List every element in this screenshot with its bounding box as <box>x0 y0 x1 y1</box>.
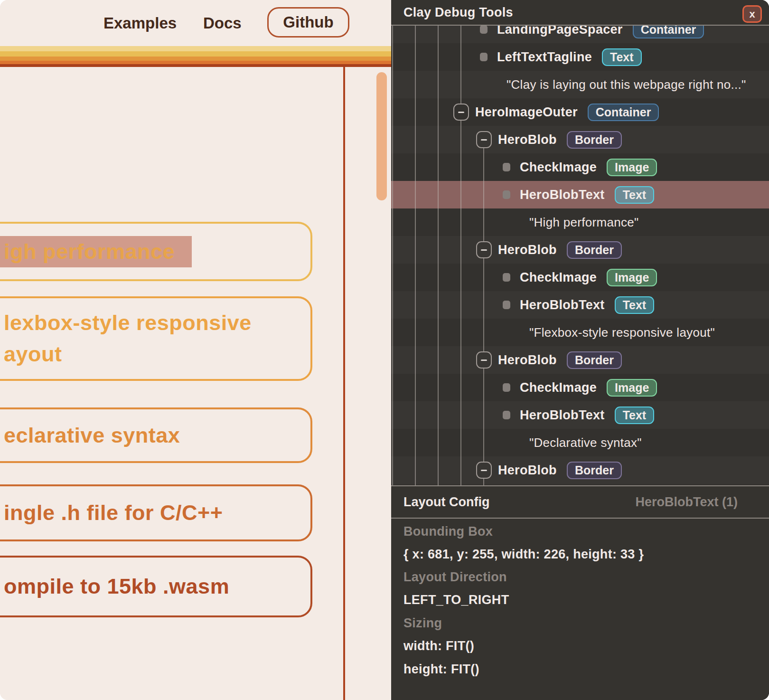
element-name: HeroBlobText <box>520 298 605 312</box>
collapse-button[interactable] <box>476 462 492 479</box>
collapse-button[interactable] <box>476 131 492 148</box>
element-name: HeroBlob <box>498 132 557 147</box>
config-separator <box>391 518 769 519</box>
accent-stripe <box>0 46 391 51</box>
collapse-button[interactable] <box>476 241 492 258</box>
feature-box: ingle .h file for C/C++ <box>0 484 312 541</box>
element-name: LeftTextTagline <box>497 50 592 65</box>
tree-row-text-preview[interactable]: "Declarative syntax" <box>391 429 769 456</box>
tree-row-text-preview[interactable]: "Flexbox-style responsive layout" <box>391 319 769 346</box>
type-badge-border: Border <box>567 131 622 149</box>
accent-stripe <box>0 64 391 67</box>
text-content-preview: "High performance" <box>529 215 639 230</box>
element-bullet-icon <box>503 163 510 171</box>
element-name: HeroBlobText <box>520 188 605 202</box>
tree-row-checkimage[interactable]: CheckImageImage <box>391 374 769 401</box>
clay-debug-panel: LandingPageSpacerContainerLeftTextTaglin… <box>391 0 769 700</box>
type-badge-border: Border <box>567 241 622 259</box>
element-bullet-icon <box>480 25 488 34</box>
element-name: CheckImage <box>520 380 597 395</box>
tree-row-text-preview[interactable]: "Clay is laying out this webpage right n… <box>391 71 769 98</box>
nav-link-examples[interactable]: Examples <box>103 0 177 46</box>
app-window: Examples Docs Github igh performancelexb… <box>0 0 769 700</box>
type-badge-text: Text <box>615 407 655 424</box>
element-bullet-icon <box>503 411 510 419</box>
minus-icon <box>481 470 487 471</box>
config-value: LEFT_TO_RIGHT <box>403 592 509 607</box>
tree-row-heroblobtext[interactable]: HeroBlobTextText <box>391 181 769 208</box>
tree-row-heroblob[interactable]: HeroBlobBorder <box>391 456 769 484</box>
tree-row-heroblob[interactable]: HeroBlobBorder <box>391 126 769 153</box>
webpage: Examples Docs Github igh performancelexb… <box>0 0 391 700</box>
config-title: Layout Config <box>403 495 489 510</box>
nav-link-docs[interactable]: Docs <box>203 0 242 46</box>
collapse-button[interactable] <box>453 104 469 121</box>
tree-row-checkimage[interactable]: CheckImageImage <box>391 264 769 291</box>
config-label: Layout Direction <box>403 569 507 585</box>
type-badge-image: Image <box>607 379 657 397</box>
type-badge-border: Border <box>567 462 622 479</box>
github-button[interactable]: Github <box>267 7 349 38</box>
feature-box: ompile to 15kb .wasm <box>0 556 312 617</box>
config-value: height: FIT() <box>403 662 479 677</box>
element-bullet-icon <box>503 301 510 309</box>
feature-box: eclarative syntax <box>0 407 312 463</box>
element-bullet-icon <box>503 273 510 282</box>
scrollbar-thumb[interactable] <box>376 72 387 200</box>
text-content-preview: "Clay is laying out this webpage right n… <box>506 77 746 92</box>
element-name: HeroBlob <box>498 353 557 368</box>
tree-row-heroimageouter[interactable]: HeroImageOuterContainer <box>391 98 769 126</box>
accent-stripe <box>0 51 391 57</box>
tree-row-heroblobtext[interactable]: HeroBlobTextText <box>391 291 769 319</box>
config-label: Sizing <box>403 615 442 631</box>
element-name: HeroImageOuter <box>475 105 578 120</box>
element-name: HeroBlob <box>498 463 557 478</box>
config-value: { x: 681, y: 255, width: 226, height: 33… <box>403 547 644 562</box>
element-bullet-icon <box>503 190 510 199</box>
element-name: HeroBlobText <box>520 408 605 423</box>
header-separator <box>391 25 769 26</box>
close-button[interactable]: x <box>742 5 762 23</box>
tree-row-heroblob[interactable]: HeroBlobBorder <box>391 346 769 374</box>
type-badge-image: Image <box>607 269 657 286</box>
element-bullet-icon <box>480 53 488 61</box>
minus-icon <box>481 139 487 141</box>
config-value: width: FIT() <box>403 638 474 653</box>
feature-box: lexbox-style responsive ayout <box>0 296 312 381</box>
config-label: Bounding Box <box>403 524 493 539</box>
feature-box-label: lexbox-style responsive ayout <box>0 307 279 370</box>
type-badge-image: Image <box>607 159 657 176</box>
element-name: CheckImage <box>520 270 597 285</box>
text-content-preview: "Flexbox-style responsive layout" <box>529 325 715 340</box>
element-bullet-icon <box>503 383 510 392</box>
feature-box-label: igh performance <box>0 236 175 267</box>
tree-row-heroblobtext[interactable]: HeroBlobTextText <box>391 401 769 429</box>
accent-stripe <box>0 57 391 61</box>
type-badge-container: Container <box>588 104 659 121</box>
type-badge-border: Border <box>567 351 622 369</box>
type-badge-text: Text <box>615 186 655 204</box>
minus-icon <box>481 249 487 251</box>
type-badge-text: Text <box>615 296 655 314</box>
minus-icon <box>481 359 487 361</box>
tree-row-text-preview[interactable]: "High performance" <box>391 208 769 236</box>
accent-stripe <box>0 61 391 64</box>
panel-title: Clay Debug Tools <box>391 0 769 25</box>
tree-row-checkimage[interactable]: CheckImageImage <box>391 153 769 181</box>
element-tree: LandingPageSpacerContainerLeftTextTaglin… <box>391 16 769 484</box>
tree-row-lefttexttagline[interactable]: LeftTextTaglineText <box>391 43 769 71</box>
collapse-button[interactable] <box>476 351 492 369</box>
element-name: CheckImage <box>520 160 597 175</box>
text-content-preview: "Declarative syntax" <box>529 435 642 450</box>
tree-row-heroblob[interactable]: HeroBlobBorder <box>391 236 769 264</box>
feature-box: igh performance <box>0 222 312 281</box>
selected-element-label: HeroBlobText (1) <box>635 495 738 510</box>
element-name: HeroBlob <box>498 243 557 257</box>
layout-config-section: Layout Config HeroBlobText (1) Bounding … <box>391 485 769 700</box>
feature-box-label: ompile to 15kb .wasm <box>0 571 229 602</box>
minus-icon <box>458 112 464 113</box>
feature-box-label: eclarative syntax <box>0 420 180 451</box>
vertical-divider <box>343 67 345 700</box>
feature-box-label: ingle .h file for C/C++ <box>0 497 223 529</box>
type-badge-text: Text <box>602 48 642 66</box>
